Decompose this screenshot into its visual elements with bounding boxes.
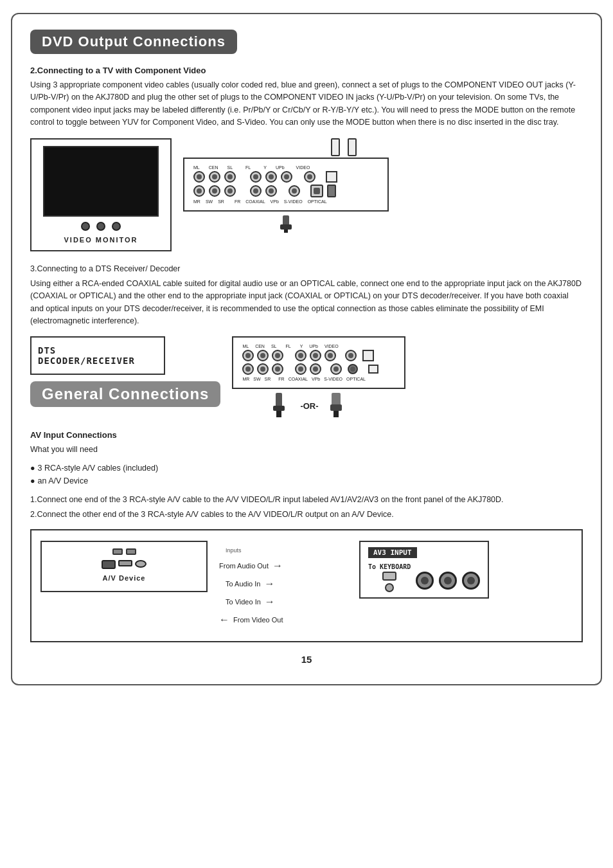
av-input-heading: AV Input Connections [30, 430, 583, 440]
to-keyboard-group: To KEYBOARD [368, 563, 411, 592]
to-video-label: To Video In [226, 598, 261, 606]
section2: 2.Connecting to a TV with Component Vide… [30, 66, 583, 129]
av-port-top-2 [126, 548, 136, 555]
dts-jack-b4 [295, 363, 306, 375]
svg-rect-7 [330, 404, 342, 411]
section3-heading: 3.Connecting to a DTS Receiver/ Decoder [30, 263, 583, 275]
video-monitor-box: VIDEO MONITOR [30, 138, 172, 251]
label-video: VIDEO [296, 165, 310, 170]
jack-vpb-bot [289, 185, 300, 197]
antenna-group [331, 138, 357, 156]
dts-jack-6 [324, 350, 336, 361]
dts-decoder-box: DTS DECODER/RECEIVER [30, 336, 165, 375]
general-connections-header: General Connections [30, 381, 220, 419]
label-optical: OPTICAL [308, 199, 327, 204]
dts-label-sl: SL [271, 344, 277, 348]
av-device-label: A/V Device [51, 574, 197, 582]
dts-bot-sr: SR [265, 377, 271, 381]
from-audio-arrow-row: From Audio Out → [219, 560, 348, 572]
jack-cen-top [209, 171, 220, 183]
arrow-right-audio2: → [264, 578, 274, 590]
svg-rect-3 [276, 393, 282, 407]
av-device-box: A/V Device [40, 541, 208, 592]
dts-jack-4 [295, 350, 306, 361]
dts-optical-jack [348, 364, 358, 374]
arrow-right-video: → [265, 596, 275, 608]
label-fr: FR [235, 199, 240, 204]
dts-label-y: Y [300, 344, 303, 348]
dts-square-port [362, 350, 374, 361]
general-section: AV Input Connections What you will need … [30, 430, 583, 642]
coax-connector-group [271, 393, 287, 419]
dts-jack-b5 [310, 363, 321, 375]
dvd-back-panel: ML CEN SL FL Y UPb VIDEO [183, 158, 389, 212]
dts-jack-b3 [272, 363, 283, 375]
optical-connector-group [328, 393, 344, 419]
av-input-section: AV Input Connections What you will need … [30, 430, 583, 487]
dts-jack-b1 [242, 363, 254, 375]
label-ml: ML [193, 165, 200, 170]
from-video-label: From Video Out [233, 616, 283, 624]
optical-port [327, 185, 336, 197]
from-audio-label: From Audio Out [219, 562, 269, 570]
bottom-jack-row [193, 185, 378, 197]
dts-jack-1 [242, 350, 254, 361]
dts-square-port2 [368, 365, 378, 374]
dts-bot-mr: MR [242, 377, 249, 381]
page-number: 15 [30, 654, 583, 665]
section2-body: Using 3 appropriate component video cabl… [30, 79, 583, 129]
jack-fl-top [250, 171, 262, 183]
jack-upb-top [281, 171, 292, 183]
coax-port-svg [271, 393, 287, 419]
or-label: -OR- [300, 401, 318, 411]
dts-jack-7 [345, 350, 357, 361]
svg-rect-0 [283, 215, 289, 226]
bullet-list: 3 RCA-style A/V cables (included) an A/V… [30, 462, 583, 487]
dts-top-jacks [242, 350, 395, 361]
dts-bot-optical: OPTICAL [346, 377, 366, 381]
svg-rect-6 [332, 393, 341, 406]
component-video-diagram: VIDEO MONITOR ML CEN SL FL Y UPb VIDEO [30, 138, 583, 251]
dts-jack-b6 [330, 363, 342, 375]
svg-rect-4 [273, 406, 285, 411]
label-upb: UPb [276, 165, 285, 170]
label-cen: CEN [209, 165, 218, 170]
keyboard-round-port [385, 583, 394, 592]
what-you-need: What you will need [30, 444, 583, 456]
av-diagram-box: A/V Device Inputs From Audio Out → To Au… [30, 529, 583, 642]
av-device-ports-main [51, 560, 197, 569]
av3-port-1 [416, 572, 434, 590]
svg-rect-8 [333, 411, 339, 417]
dts-bot-fr: FR [278, 377, 284, 381]
dvd-section-header: DVD Output Connections [30, 30, 583, 66]
keyboard-port [382, 572, 396, 581]
dts-connectors-bottom: -OR- [232, 393, 405, 419]
arrow-right-audio: → [272, 560, 283, 572]
antenna-right [348, 138, 357, 156]
general-title: General Connections [30, 381, 220, 407]
av-step-2: 2.Connect the other end of the 3 RCA-sty… [30, 509, 583, 521]
label-mr: MR [193, 199, 200, 204]
dts-left-col: DTS DECODER/RECEIVER General Connections [30, 336, 220, 419]
svg-rect-1 [280, 224, 292, 230]
to-audio-row: To Audio In → [219, 578, 348, 590]
av-main-port-1 [102, 560, 116, 569]
jack-sl-top [224, 171, 236, 183]
jack-coaxial-bot [265, 185, 277, 197]
page-container: DVD Output Connections 2.Connecting to a… [11, 13, 602, 685]
section3: 3.Connecting to a DTS Receiver/ Decoder … [30, 263, 583, 328]
av-main-port-3 [135, 560, 147, 568]
monitor-port-2 [96, 222, 105, 231]
square-port-top [326, 171, 337, 183]
label-sr: SR [218, 199, 224, 204]
to-audio-label: To Audio In [226, 580, 260, 588]
monitor-port-3 [112, 222, 121, 231]
av-device-ports-top [51, 548, 197, 555]
label-sl: SL [227, 165, 233, 170]
dts-back-panel: ML CEN SL FL Y UPb VIDEO [232, 336, 405, 389]
label-fl: FL [245, 165, 251, 170]
to-keyboard-label: To KEYBOARD [368, 563, 411, 570]
arrows-group: Inputs From Audio Out → To Audio In → To… [219, 541, 348, 632]
av3-title: AV3 INPUT [368, 547, 417, 558]
dts-top-labels: ML CEN SL FL Y UPb VIDEO [242, 344, 395, 348]
